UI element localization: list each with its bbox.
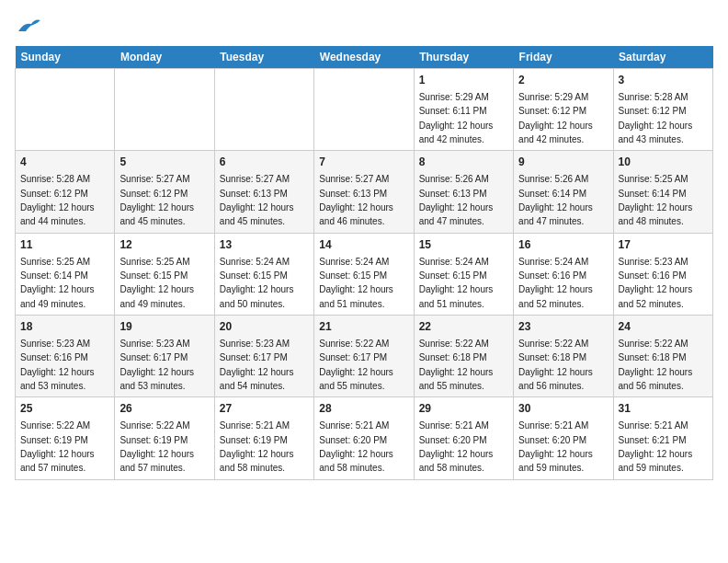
day-info: Sunrise: 5:21 AM Sunset: 6:21 PM Dayligh… <box>619 420 693 473</box>
day-number: 16 <box>518 237 608 253</box>
day-cell: 11Sunrise: 5:25 AM Sunset: 6:14 PM Dayli… <box>16 233 115 315</box>
day-info: Sunrise: 5:25 AM Sunset: 6:15 PM Dayligh… <box>119 257 194 309</box>
col-header-thursday: Thursday <box>414 46 513 69</box>
day-info: Sunrise: 5:23 AM Sunset: 6:16 PM Dayligh… <box>20 339 95 391</box>
col-header-saturday: Saturday <box>613 46 712 69</box>
day-info: Sunrise: 5:23 AM Sunset: 6:17 PM Dayligh… <box>220 339 294 391</box>
day-cell: 6Sunrise: 5:27 AM Sunset: 6:13 PM Daylig… <box>214 151 313 233</box>
day-cell: 3Sunrise: 5:28 AM Sunset: 6:12 PM Daylig… <box>613 69 712 151</box>
day-cell: 18Sunrise: 5:23 AM Sunset: 6:16 PM Dayli… <box>16 316 115 397</box>
day-cell: 21Sunrise: 5:22 AM Sunset: 6:17 PM Dayli… <box>314 316 414 397</box>
day-info: Sunrise: 5:27 AM Sunset: 6:13 PM Dayligh… <box>319 174 393 226</box>
day-info: Sunrise: 5:25 AM Sunset: 6:14 PM Dayligh… <box>619 174 693 226</box>
day-number: 17 <box>619 237 708 253</box>
day-cell: 7Sunrise: 5:27 AM Sunset: 6:13 PM Daylig… <box>314 151 414 233</box>
day-cell: 4Sunrise: 5:28 AM Sunset: 6:12 PM Daylig… <box>16 151 115 233</box>
day-number: 3 <box>619 73 708 88</box>
day-cell: 1Sunrise: 5:29 AM Sunset: 6:11 PM Daylig… <box>414 69 513 151</box>
day-cell: 10Sunrise: 5:25 AM Sunset: 6:14 PM Dayli… <box>613 151 712 233</box>
day-info: Sunrise: 5:28 AM Sunset: 6:12 PM Dayligh… <box>619 92 693 144</box>
day-number: 29 <box>419 401 508 417</box>
day-number: 28 <box>319 401 408 417</box>
day-info: Sunrise: 5:22 AM Sunset: 6:18 PM Dayligh… <box>619 339 693 391</box>
day-cell <box>115 69 214 151</box>
day-number: 27 <box>220 401 309 417</box>
day-info: Sunrise: 5:29 AM Sunset: 6:11 PM Dayligh… <box>419 92 494 144</box>
week-row-5: 25Sunrise: 5:22 AM Sunset: 6:19 PM Dayli… <box>16 397 713 479</box>
day-info: Sunrise: 5:21 AM Sunset: 6:20 PM Dayligh… <box>518 420 593 473</box>
calendar-header: SundayMondayTuesdayWednesdayThursdayFrid… <box>16 46 713 69</box>
logo-bird-icon <box>17 15 42 37</box>
day-info: Sunrise: 5:27 AM Sunset: 6:12 PM Dayligh… <box>119 174 194 226</box>
day-cell: 30Sunrise: 5:21 AM Sunset: 6:20 PM Dayli… <box>514 397 613 479</box>
day-cell: 13Sunrise: 5:24 AM Sunset: 6:15 PM Dayli… <box>214 233 313 315</box>
day-number: 1 <box>419 73 508 88</box>
day-info: Sunrise: 5:22 AM Sunset: 6:19 PM Dayligh… <box>119 420 194 473</box>
day-number: 6 <box>220 155 309 170</box>
logo <box>15 15 42 37</box>
day-number: 22 <box>419 319 508 335</box>
day-cell: 9Sunrise: 5:26 AM Sunset: 6:14 PM Daylig… <box>514 151 613 233</box>
day-number: 2 <box>518 73 608 88</box>
day-number: 30 <box>518 401 608 417</box>
day-number: 15 <box>419 237 508 253</box>
day-cell: 24Sunrise: 5:22 AM Sunset: 6:18 PM Dayli… <box>613 316 712 397</box>
col-header-friday: Friday <box>514 46 613 69</box>
day-info: Sunrise: 5:26 AM Sunset: 6:14 PM Dayligh… <box>518 174 593 226</box>
day-info: Sunrise: 5:23 AM Sunset: 6:17 PM Dayligh… <box>119 339 194 391</box>
day-cell: 22Sunrise: 5:22 AM Sunset: 6:18 PM Dayli… <box>414 316 513 397</box>
col-header-monday: Monday <box>115 46 214 69</box>
day-cell: 27Sunrise: 5:21 AM Sunset: 6:19 PM Dayli… <box>214 397 313 479</box>
day-cell <box>214 69 313 151</box>
day-info: Sunrise: 5:21 AM Sunset: 6:20 PM Dayligh… <box>319 420 393 473</box>
day-number: 4 <box>20 155 109 170</box>
day-number: 25 <box>20 401 109 417</box>
day-number: 11 <box>20 237 109 253</box>
day-number: 13 <box>220 237 309 253</box>
day-cell: 15Sunrise: 5:24 AM Sunset: 6:15 PM Dayli… <box>414 233 513 315</box>
day-cell: 17Sunrise: 5:23 AM Sunset: 6:16 PM Dayli… <box>613 233 712 315</box>
week-row-4: 18Sunrise: 5:23 AM Sunset: 6:16 PM Dayli… <box>16 316 713 397</box>
day-cell: 12Sunrise: 5:25 AM Sunset: 6:15 PM Dayli… <box>115 233 214 315</box>
day-cell: 16Sunrise: 5:24 AM Sunset: 6:16 PM Dayli… <box>514 233 613 315</box>
day-info: Sunrise: 5:27 AM Sunset: 6:13 PM Dayligh… <box>220 174 294 226</box>
day-number: 8 <box>419 155 508 170</box>
day-info: Sunrise: 5:25 AM Sunset: 6:14 PM Dayligh… <box>20 257 95 309</box>
day-number: 19 <box>119 319 209 335</box>
calendar-table: SundayMondayTuesdayWednesdayThursdayFrid… <box>15 46 713 480</box>
day-info: Sunrise: 5:29 AM Sunset: 6:12 PM Dayligh… <box>518 92 593 144</box>
day-cell: 26Sunrise: 5:22 AM Sunset: 6:19 PM Dayli… <box>115 397 214 479</box>
day-info: Sunrise: 5:24 AM Sunset: 6:15 PM Dayligh… <box>319 257 393 309</box>
week-row-1: 1Sunrise: 5:29 AM Sunset: 6:11 PM Daylig… <box>16 69 713 151</box>
day-cell: 25Sunrise: 5:22 AM Sunset: 6:19 PM Dayli… <box>16 397 115 479</box>
day-number: 24 <box>619 319 708 335</box>
day-info: Sunrise: 5:21 AM Sunset: 6:19 PM Dayligh… <box>220 420 294 473</box>
day-cell: 2Sunrise: 5:29 AM Sunset: 6:12 PM Daylig… <box>514 69 613 151</box>
day-info: Sunrise: 5:22 AM Sunset: 6:18 PM Dayligh… <box>518 339 593 391</box>
day-info: Sunrise: 5:22 AM Sunset: 6:19 PM Dayligh… <box>20 420 95 473</box>
day-info: Sunrise: 5:28 AM Sunset: 6:12 PM Dayligh… <box>20 174 95 226</box>
col-header-sunday: Sunday <box>16 46 115 69</box>
day-number: 31 <box>619 401 708 417</box>
day-number: 23 <box>518 319 608 335</box>
day-number: 12 <box>119 237 209 253</box>
day-info: Sunrise: 5:22 AM Sunset: 6:17 PM Dayligh… <box>319 339 393 391</box>
day-cell: 31Sunrise: 5:21 AM Sunset: 6:21 PM Dayli… <box>613 397 712 479</box>
day-info: Sunrise: 5:24 AM Sunset: 6:15 PM Dayligh… <box>220 257 294 309</box>
day-cell: 8Sunrise: 5:26 AM Sunset: 6:13 PM Daylig… <box>414 151 513 233</box>
day-cell <box>16 69 115 151</box>
day-number: 21 <box>319 319 408 335</box>
week-row-3: 11Sunrise: 5:25 AM Sunset: 6:14 PM Dayli… <box>16 233 713 315</box>
day-cell: 29Sunrise: 5:21 AM Sunset: 6:20 PM Dayli… <box>414 397 513 479</box>
day-info: Sunrise: 5:22 AM Sunset: 6:18 PM Dayligh… <box>419 339 494 391</box>
day-number: 14 <box>319 237 408 253</box>
day-info: Sunrise: 5:26 AM Sunset: 6:13 PM Dayligh… <box>419 174 494 226</box>
day-cell: 23Sunrise: 5:22 AM Sunset: 6:18 PM Dayli… <box>514 316 613 397</box>
day-info: Sunrise: 5:23 AM Sunset: 6:16 PM Dayligh… <box>619 257 693 309</box>
day-number: 5 <box>119 155 209 170</box>
day-cell: 28Sunrise: 5:21 AM Sunset: 6:20 PM Dayli… <box>314 397 414 479</box>
day-number: 26 <box>119 401 209 417</box>
day-cell: 19Sunrise: 5:23 AM Sunset: 6:17 PM Dayli… <box>115 316 214 397</box>
day-info: Sunrise: 5:24 AM Sunset: 6:15 PM Dayligh… <box>419 257 494 309</box>
day-number: 7 <box>319 155 408 170</box>
